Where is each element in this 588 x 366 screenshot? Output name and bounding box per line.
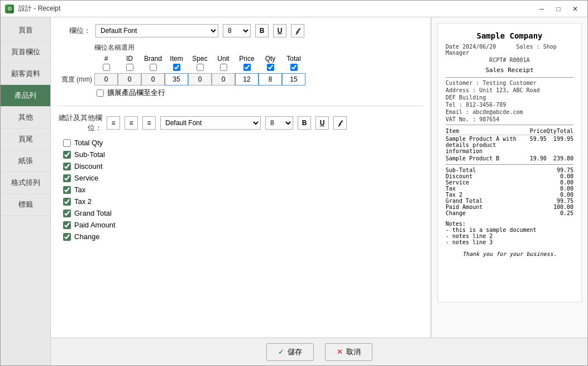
check-discount: Discount bbox=[63, 162, 424, 170]
sidebar-item-header[interactable]: 頁首 bbox=[1, 20, 50, 41]
cancel-button[interactable]: ✕ 取消 bbox=[325, 343, 372, 361]
label-change: Change bbox=[74, 232, 100, 241]
checkbox-total[interactable] bbox=[290, 64, 298, 71]
receipt-customer: Testing Customer bbox=[482, 80, 536, 86]
sidebar-item-header-columns[interactable]: 頁首欄位 bbox=[1, 41, 50, 63]
width-id[interactable] bbox=[118, 73, 141, 85]
align-center-button[interactable]: ≡ bbox=[125, 116, 138, 130]
col-id-header: ID bbox=[118, 55, 141, 63]
item-total-2: 39.80 bbox=[557, 155, 573, 162]
sidebar-item-footer[interactable]: 頁尾 bbox=[1, 129, 50, 150]
checkbox-item[interactable] bbox=[173, 64, 180, 71]
totals-size-select[interactable]: 8 bbox=[265, 116, 293, 130]
font-size-select[interactable]: 8 bbox=[223, 24, 251, 37]
checkbox-brand[interactable] bbox=[150, 64, 157, 71]
checkbox-discount[interactable] bbox=[63, 163, 71, 170]
col-item-header: Item bbox=[165, 55, 188, 63]
th-total: Total bbox=[557, 127, 573, 135]
sidebar-item-products[interactable]: 產品列 bbox=[1, 85, 50, 107]
width-price[interactable] bbox=[235, 73, 259, 85]
notes-line-1: - this is a sample document bbox=[446, 227, 573, 233]
save-icon: ✓ bbox=[278, 348, 284, 356]
total-row-discount: Discount 0.00 bbox=[446, 173, 573, 179]
item-name-1: Sample Product A withdetails product inf… bbox=[446, 135, 530, 155]
align-left-button[interactable]: ≡ bbox=[107, 116, 120, 130]
checkbox-id[interactable] bbox=[126, 64, 133, 71]
maximize-button[interactable]: □ bbox=[551, 3, 566, 15]
width-hash[interactable] bbox=[94, 73, 118, 85]
checkbox-sub-total[interactable] bbox=[63, 151, 71, 159]
receipt-preview-area: Sample Company Date 2024/06/20 Sales : S… bbox=[431, 17, 587, 338]
total-label-grand: Grand Total bbox=[446, 198, 482, 204]
totals-underline-button[interactable]: U bbox=[315, 116, 329, 130]
checkbox-price[interactable] bbox=[243, 64, 251, 71]
font-select[interactable]: Default Font bbox=[95, 24, 218, 37]
underline-button[interactable]: U bbox=[273, 24, 286, 37]
total-label-change: Change bbox=[446, 210, 466, 216]
total-label-tax: Tax bbox=[446, 186, 456, 192]
checkbox-service[interactable] bbox=[63, 174, 71, 182]
receipt-divider-3 bbox=[446, 164, 573, 165]
total-label-service: Service bbox=[446, 179, 469, 186]
totals-bold-button[interactable]: B bbox=[298, 116, 311, 130]
totals-font-select[interactable]: Default Font bbox=[160, 116, 261, 130]
totals-italic-button[interactable]: 𝒻 bbox=[333, 116, 347, 130]
checkbox-tax2[interactable] bbox=[63, 198, 71, 206]
checkbox-qty[interactable] bbox=[267, 64, 274, 71]
receipt-date: 2024/06/20 bbox=[462, 44, 496, 50]
check-service: Service bbox=[63, 174, 424, 182]
window-title: 設計 - Receipt bbox=[18, 4, 60, 13]
item-price-2: 19.90 bbox=[530, 155, 547, 162]
total-label-subtotal: Sub-Total bbox=[446, 167, 476, 173]
cancel-icon: ✕ bbox=[337, 348, 343, 356]
sidebar-item-customer[interactable]: 顧客資料 bbox=[1, 63, 50, 85]
total-val-subtotal: 99.75 bbox=[557, 167, 573, 173]
expand-checkbox[interactable] bbox=[97, 89, 104, 97]
sidebar-item-other[interactable]: 其他 bbox=[1, 107, 50, 129]
title-bar-left: ⚙ 設計 - Receipt bbox=[5, 4, 60, 13]
total-val-service: 0.00 bbox=[560, 179, 573, 186]
checkbox-total-qty[interactable] bbox=[63, 139, 71, 147]
width-unit[interactable] bbox=[212, 73, 235, 85]
total-val-paid: 100.00 bbox=[553, 204, 573, 210]
receipt-notes: Notes: - this is a sample document - not… bbox=[446, 221, 573, 245]
totals-font-row: 總計及其他欄位： ≡ ≡ ≡ Default Font 8 B U 𝒻 bbox=[58, 113, 424, 133]
expand-row: 擴展產品欄至全行 bbox=[97, 88, 424, 98]
checkbox-grand-total[interactable] bbox=[63, 210, 71, 217]
receipt-address2: DEF Building bbox=[446, 94, 486, 101]
minimize-button[interactable]: ─ bbox=[534, 3, 549, 15]
col-spec-header: Spec bbox=[188, 55, 212, 63]
sidebar-item-paper[interactable]: 紙張 bbox=[1, 150, 50, 172]
width-qty[interactable] bbox=[259, 73, 282, 85]
width-total[interactable] bbox=[282, 73, 305, 85]
window-controls: ─ □ ✕ bbox=[534, 3, 583, 15]
save-button[interactable]: ✓ 儲存 bbox=[266, 343, 314, 361]
bold-button[interactable]: B bbox=[255, 24, 269, 37]
font-row: 欄位： Default Font 8 B U 𝒻 bbox=[58, 24, 424, 37]
checkbox-hash[interactable] bbox=[103, 64, 110, 71]
total-val-tax: 0.00 bbox=[560, 186, 573, 192]
checkbox-spec[interactable] bbox=[197, 64, 204, 71]
receipt-customer-label: Customer : bbox=[446, 80, 479, 86]
app-icon: ⚙ bbox=[5, 4, 14, 13]
checkbox-change[interactable] bbox=[63, 233, 71, 241]
sidebar-item-labels[interactable]: 標籤 bbox=[1, 194, 50, 216]
close-button[interactable]: ✕ bbox=[567, 3, 583, 15]
checkbox-tax[interactable] bbox=[63, 186, 71, 194]
italic-button[interactable]: 𝒻 bbox=[291, 24, 304, 37]
check-tax2: Tax 2 bbox=[63, 197, 424, 206]
sidebar-item-format[interactable]: 格式排列 bbox=[1, 172, 50, 194]
width-spec[interactable] bbox=[188, 73, 212, 85]
form-area: 欄位： Default Font 8 B U 𝒻 欄位名稱選用 bbox=[51, 17, 431, 338]
content-area: 欄位： Default Font 8 B U 𝒻 欄位名稱選用 bbox=[51, 17, 587, 365]
width-item[interactable] bbox=[165, 73, 188, 85]
width-brand[interactable] bbox=[141, 73, 165, 85]
receipt-divider-2 bbox=[446, 125, 573, 125]
checkbox-paid-amount[interactable] bbox=[63, 221, 71, 229]
total-row-service: Service 0.00 bbox=[446, 179, 573, 186]
checkbox-unit[interactable] bbox=[220, 64, 227, 71]
title-bar: ⚙ 設計 - Receipt ─ □ ✕ bbox=[1, 1, 587, 17]
align-right-button[interactable]: ≡ bbox=[142, 116, 156, 130]
receipt-company: Sample Company bbox=[446, 31, 573, 40]
total-row-change: Change 0.25 bbox=[446, 210, 573, 216]
